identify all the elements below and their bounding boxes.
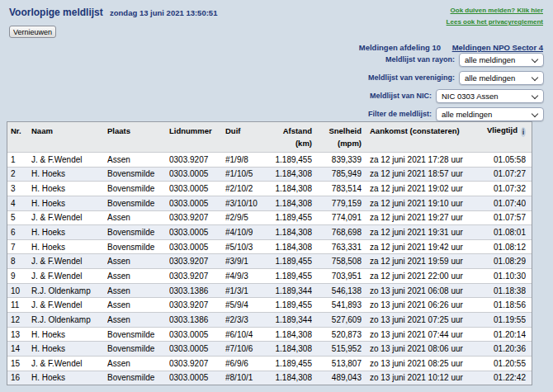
privacy-link[interactable]: Lees ook het privacyreglement bbox=[447, 18, 543, 26]
cell-afstand: 1.189,344 bbox=[274, 315, 312, 324]
meldingen-npo-sector-link[interactable]: Meldingen NPO Sector 4 bbox=[452, 43, 543, 52]
cell-nr: 16 bbox=[7, 373, 31, 382]
cell-aankomst: zo 13 juni 2021 08:06 uur bbox=[362, 344, 487, 353]
cell-vliegtijd: 01.07:57 bbox=[487, 213, 526, 222]
cell-plaats: Bovensmilde bbox=[107, 228, 169, 237]
table-row: 8J. & F.WendelAssen0303.9207#3/9/11.189,… bbox=[7, 253, 532, 268]
cell-snelheid: 839,339 bbox=[312, 155, 362, 164]
cell-lidnummer: 0303.9207 bbox=[169, 300, 225, 309]
table-row: 6H. HoeksBovensmilde0303.0005#4/10/91.18… bbox=[7, 224, 532, 239]
column-header-nr: Nr. bbox=[7, 122, 31, 152]
cell-vliegtijd: 01.07:32 bbox=[487, 184, 526, 193]
table-row: 4H. HoeksBovensmilde0303.0005#3/10/101.1… bbox=[7, 196, 532, 210]
cell-plaats: Bovensmilde bbox=[107, 373, 169, 382]
cell-lidnummer: 0303.0005 bbox=[169, 373, 225, 382]
cell-plaats: Bovensmilde bbox=[107, 184, 169, 193]
cell-vliegtijd: 01.08:01 bbox=[487, 228, 526, 237]
vereniging-select[interactable]: alle meldingen bbox=[459, 71, 544, 85]
page-title: Voorlopige meldlijst bbox=[9, 7, 103, 18]
filter-select-value: alle meldingen bbox=[442, 110, 492, 119]
table-row: 2H. HoeksBovensmilde0303.0005#1/10/51.18… bbox=[7, 167, 532, 182]
cell-afstand: 1.184,308 bbox=[274, 243, 312, 252]
column-header-vliegtijd-label: Vliegtijd bbox=[487, 125, 518, 135]
cell-vliegtijd: 01.07:27 bbox=[487, 169, 526, 178]
cell-plaats: Bovensmilde bbox=[107, 199, 169, 208]
cell-afstand: 1.189,455 bbox=[274, 257, 312, 266]
table-row: 16H. HoeksBovensmilde0303.0005#8/10/11.1… bbox=[7, 371, 532, 385]
cell-nr: 11 bbox=[7, 300, 31, 309]
cell-snelheid: 513,807 bbox=[312, 359, 362, 368]
cell-plaats: Assen bbox=[107, 359, 169, 368]
cell-aankomst: za 12 juni 2021 19:02 uur bbox=[362, 184, 487, 193]
cell-lidnummer: 0303.0005 bbox=[169, 169, 225, 178]
cell-aankomst: za 12 juni 2021 19:59 uur bbox=[362, 257, 487, 266]
cell-nr: 9 bbox=[7, 272, 31, 281]
cell-vliegtijd: 01.22:42 bbox=[487, 373, 526, 382]
cell-plaats: Assen bbox=[107, 315, 169, 324]
cell-duif: #4/10/9 bbox=[225, 228, 274, 237]
cell-vliegtijd: 01.10:30 bbox=[487, 272, 526, 281]
cell-lidnummer: 0303.0005 bbox=[169, 199, 225, 208]
table-row: 15J. & F.WendelAssen0303.9207#6/9/61.189… bbox=[7, 356, 532, 371]
page: Voorlopige meldlijst zondag 13 juni 2021… bbox=[0, 0, 553, 392]
cell-plaats: Bovensmilde bbox=[107, 330, 169, 339]
cell-duif: #6/10/4 bbox=[225, 330, 274, 339]
cell-vliegtijd: 01.05:58 bbox=[487, 155, 526, 164]
cell-nr: 10 bbox=[7, 286, 31, 295]
cell-lidnummer: 0303.1386 bbox=[169, 286, 225, 295]
refresh-button[interactable]: Vernieuwen bbox=[9, 26, 56, 38]
table-row: 12R.J. OldenkampAssen0303.1386#2/3/31.18… bbox=[7, 312, 532, 327]
cell-naam: R.J. Oldenkamp bbox=[31, 315, 107, 324]
cell-duif: #8/10/1 bbox=[225, 373, 274, 382]
cell-duif: #1/3/1 bbox=[225, 286, 274, 295]
report-pigeons-link[interactable]: Ook duiven melden? Klik hier bbox=[451, 7, 543, 14]
cell-snelheid: 515,952 bbox=[312, 344, 362, 353]
cell-afstand: 1.184,308 bbox=[274, 184, 312, 193]
cell-vliegtijd: 01.08:12 bbox=[487, 243, 526, 252]
table-row: 3H. HoeksBovensmilde0303.0005#2/10/21.18… bbox=[7, 181, 532, 196]
table-row: 11J. & F.WendelAssen0303.9207#5/9/41.189… bbox=[7, 297, 532, 312]
column-header-afstand-unit: (km) bbox=[274, 139, 312, 149]
column-header-lidnummer: Lidnummer bbox=[169, 122, 225, 152]
cell-naam: H. Hoeks bbox=[31, 199, 107, 208]
vereniging-select-value: alle meldingen bbox=[465, 73, 515, 83]
rayon-select-label: Meldlijst van rayon: bbox=[385, 55, 455, 64]
cell-afstand: 1.189,455 bbox=[274, 155, 312, 164]
cell-snelheid: 783,514 bbox=[312, 184, 362, 193]
table-body: 1J. & F.WendelAssen0303.9207#1/9/81.189,… bbox=[7, 152, 532, 385]
cell-afstand: 1.184,308 bbox=[274, 228, 312, 237]
cell-naam: H. Hoeks bbox=[31, 344, 107, 353]
cell-naam: R.J. Oldenkamp bbox=[31, 286, 107, 295]
table-row: 13H. HoeksBovensmilde0303.0005#6/10/41.1… bbox=[7, 327, 532, 342]
cell-nr: 7 bbox=[7, 243, 31, 252]
cell-lidnummer: 0303.0005 bbox=[169, 243, 225, 252]
cell-snelheid: 763,331 bbox=[312, 243, 362, 252]
cell-snelheid: 779,159 bbox=[312, 199, 362, 208]
cell-snelheid: 774,091 bbox=[312, 213, 362, 222]
cell-snelheid: 785,949 bbox=[312, 169, 362, 178]
cell-afstand: 1.189,455 bbox=[274, 359, 312, 368]
cell-naam: H. Hoeks bbox=[31, 373, 107, 382]
column-header-duif: Duif bbox=[225, 122, 274, 152]
cell-nr: 14 bbox=[7, 344, 31, 353]
cell-lidnummer: 0303.9207 bbox=[169, 272, 225, 281]
cell-vliegtijd: 01.20:55 bbox=[487, 359, 526, 368]
column-header-vliegtijd: Vliegtijd i bbox=[487, 122, 526, 152]
info-icon[interactable]: i bbox=[521, 127, 526, 137]
cell-lidnummer: 0303.0005 bbox=[169, 330, 225, 339]
cell-aankomst: za 12 juni 2021 19:42 uur bbox=[362, 243, 487, 252]
cell-nr: 5 bbox=[7, 213, 31, 222]
cell-aankomst: zo 13 juni 2021 10:12 uur bbox=[362, 373, 487, 382]
rayon-select-value: alle meldingen bbox=[465, 55, 515, 64]
cell-vliegtijd: 01.08:29 bbox=[487, 257, 526, 266]
cell-vliegtijd: 01.18:56 bbox=[487, 300, 526, 309]
cell-plaats: Assen bbox=[107, 300, 169, 309]
cell-lidnummer: 0303.9207 bbox=[169, 257, 225, 266]
cell-afstand: 1.189,455 bbox=[274, 300, 312, 309]
cell-naam: H. Hoeks bbox=[31, 228, 107, 237]
filter-select[interactable]: alle meldingen bbox=[436, 107, 544, 121]
rayon-select[interactable]: alle meldingen bbox=[459, 53, 544, 67]
cell-lidnummer: 0303.9207 bbox=[169, 359, 225, 368]
nic-select[interactable]: NIC 0303 Assen bbox=[436, 89, 544, 103]
nic-select-label: Meldlijst van NIC: bbox=[370, 92, 432, 100]
